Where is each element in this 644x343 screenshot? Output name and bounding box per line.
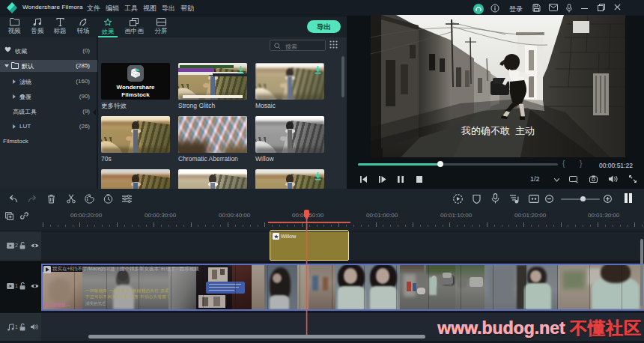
svg-text:我的确不敢 主动: 我的确不敢 主动	[461, 125, 535, 136]
